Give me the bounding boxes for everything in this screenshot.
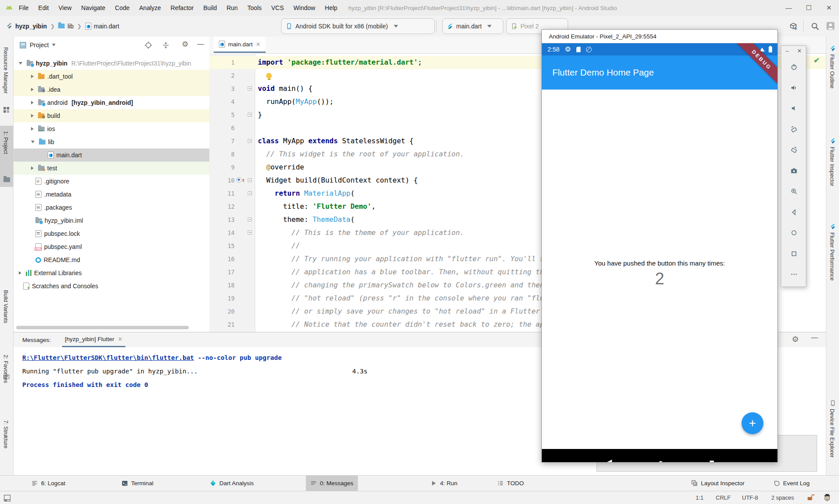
menu-window[interactable]: Window [289,0,320,16]
hide-panel-icon[interactable]: — [197,40,204,48]
tree-row-android[interactable]: android[hyzp_yibin_android] [14,96,209,109]
override-marker-icon[interactable]: ↑ [236,177,245,183]
stripe-button-flutter-performance[interactable]: Flutter Performance [829,232,835,280]
tree-row-pubspec-yaml[interactable]: YMLpubspec.yaml [14,240,209,253]
chevron-right-icon[interactable] [31,127,34,131]
more-icon[interactable] [790,271,797,278]
volume-up-icon[interactable] [790,84,797,91]
toolwindow-button-dart-analysis[interactable]: Dart Analysis [205,476,258,491]
fab-increment-button[interactable]: + [742,412,763,434]
rotate-left-icon[interactable] [790,126,797,133]
menu-build[interactable]: Build [198,0,222,16]
horizontal-scrollbar[interactable] [16,326,189,329]
tree-row-hyzp-yibin[interactable]: hyzp_yibinR:\FlutterProject\FlutterProje… [14,57,209,70]
fold-marker-icon[interactable] [248,178,252,182]
toolwindow-toggle-icon[interactable] [3,494,11,502]
locate-icon[interactable] [145,41,152,49]
stripe-button-1-project[interactable]: 1: Project [3,131,9,154]
close-icon[interactable]: ✕ [797,48,802,54]
status-caret-position[interactable]: 1:1 [696,491,704,504]
breadcrumb-item-main.dart[interactable]: main.dart [85,23,119,30]
menu-edit[interactable]: Edit [34,0,54,16]
toolwindow-button-layout-inspector[interactable]: Layout Inspector [687,476,749,491]
menu-tools[interactable]: Tools [243,0,267,16]
menu-file[interactable]: File [14,0,34,16]
tree-row-ios[interactable]: ios [14,122,209,135]
tree-row-test[interactable]: ◆test [14,162,209,175]
stripe-button-flutter-inspector[interactable]: Flutter Inspector [829,147,835,186]
settings-icon[interactable]: ⚙ [182,41,188,48]
hide-panel-icon[interactable]: — [811,334,818,342]
tree-row--gitignore[interactable]: ⊘.gitignore [14,175,209,188]
home-icon[interactable] [790,229,797,236]
sdk-manager-icon[interactable] [789,22,797,31]
menu-analyze[interactable]: Analyze [135,0,166,16]
overview-icon[interactable] [790,250,797,257]
chevron-right-icon[interactable] [19,271,21,275]
back-icon[interactable]: ◀ [605,458,612,463]
menu-code[interactable]: Code [110,0,134,16]
volume-down-icon[interactable] [790,105,797,112]
menu-view[interactable]: View [54,0,76,16]
tree-row-lib[interactable]: lib [14,135,209,148]
status-encoding[interactable]: UTF-8 [742,491,758,504]
stripe-button-flutter-outline[interactable]: Flutter Outline [829,54,835,89]
console-link[interactable]: R:\Flutter\FlutterSDK\flutter\bin\flutte… [22,354,194,361]
tree-row-scratches-and-consoles[interactable]: ●Scratches and Consoles [14,280,209,293]
toolwindow-button-terminal[interactable]: Terminal [117,476,158,491]
fold-marker-icon[interactable] [248,113,252,117]
chevron-right-icon[interactable] [31,166,34,170]
chevron-right-icon[interactable] [31,114,34,117]
inspections-ok-icon[interactable]: ✔ [814,56,820,65]
tree-row--idea[interactable]: ⚙.idea [14,83,209,96]
fold-marker-icon[interactable] [248,86,252,90]
chevron-down-icon[interactable] [19,62,22,65]
maximize-button[interactable]: ☐ [799,0,819,16]
menu-help[interactable]: Help [320,0,342,16]
unlock-icon[interactable] [807,494,815,501]
power-icon[interactable] [790,63,797,70]
fold-marker-icon[interactable] [248,217,252,221]
status-indent[interactable]: 2 spaces [771,491,794,504]
project-view-selector[interactable]: Project [30,41,49,48]
search-everywhere-icon[interactable] [811,22,819,31]
toolwindow-button-6-logcat[interactable]: 6: Logcat [27,476,70,491]
fold-marker-icon[interactable] [248,191,252,195]
emulator-title-bar[interactable]: Android Emulator - Pixel_2_API_29:5554 [542,30,777,43]
emulator-screen[interactable]: 2:58 ⚙ Flutter Demo Home Page DEBUG You … [542,43,777,462]
tree-row-pubspec-lock[interactable]: pubspec.lock [14,227,209,240]
minimize-icon[interactable]: – [786,48,789,54]
collapse-all-icon[interactable] [162,41,170,49]
toolwindow-button-4-run[interactable]: 4: Run [426,476,462,491]
toolwindow-button-todo[interactable]: TODO [493,476,528,491]
tree-row--metadata[interactable]: .metadata [14,188,209,201]
close-button[interactable]: ✕ [819,0,839,16]
menu-vcs[interactable]: VCS [267,0,289,16]
intention-bulb-icon[interactable] [266,73,272,79]
tree-row--packages[interactable]: .packages [14,201,209,214]
screenshot-icon[interactable] [790,167,797,174]
menu-refactor[interactable]: Refactor [166,0,198,16]
tree-row-hyzp-yibin-iml[interactable]: hyzp_yibin.iml [14,214,209,227]
chevron-down-icon[interactable] [31,141,35,143]
settings-icon[interactable]: ⚙ [792,335,799,343]
home-icon[interactable]: ● [658,458,663,463]
device-selector-dropdown[interactable]: Android SDK built for x86 (mobile) [281,18,435,34]
fold-marker-icon[interactable] [248,231,252,235]
tree-row-main-dart[interactable]: main.dart [14,148,209,162]
tab-main-dart[interactable]: main.dart ✕ [214,37,266,53]
rotate-right-icon[interactable] [790,146,797,153]
menu-run[interactable]: Run [222,0,243,16]
close-tab-icon[interactable]: ✕ [118,336,123,342]
back-icon[interactable] [790,209,797,216]
status-line-ending[interactable]: CRLF [716,491,731,504]
fold-marker-icon[interactable] [248,139,252,143]
toolwindow-button-0-messages[interactable]: 0: Messages [306,476,358,491]
tree-row-external-libraries[interactable]: External Libraries [14,266,209,280]
close-tab-icon[interactable]: ✕ [256,41,260,48]
breadcrumb-item-hyzp_yibin[interactable]: hyzp_yibin [6,23,47,30]
minimize-button[interactable]: ― [779,0,799,16]
stripe-button-device-file-explorer[interactable]: Device File Explorer [829,409,835,458]
tree-row-readme-md[interactable]: README.md [14,253,209,266]
zoom-icon[interactable] [790,188,797,195]
